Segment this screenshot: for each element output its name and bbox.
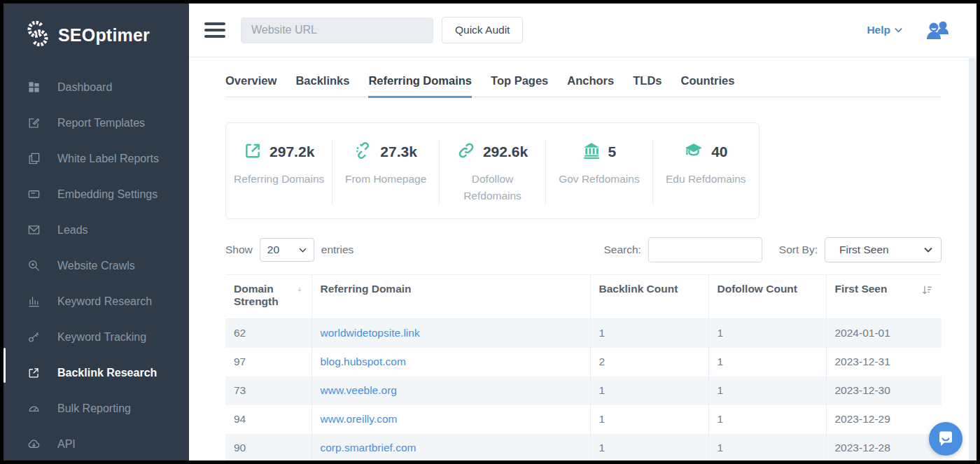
- column-header-first-seen[interactable]: First Seen: [826, 275, 941, 319]
- tab-tlds[interactable]: TLDs: [633, 70, 662, 97]
- stat-value: 5: [608, 143, 617, 160]
- cell-first-seen: 2023-12-28: [826, 434, 941, 463]
- cell-referring-domain: blog.hubspot.com: [312, 348, 590, 377]
- stat-value: 27.3k: [380, 143, 417, 160]
- cell-backlink-count: 2: [590, 348, 708, 377]
- chevron-down-icon: [895, 27, 902, 33]
- tab-countries[interactable]: Countries: [680, 70, 734, 97]
- column-header-dofollow-count[interactable]: Dofollow Count: [708, 275, 826, 319]
- sidebar-item-white-label-reports[interactable]: White Label Reports: [4, 141, 189, 176]
- sidebar-item-dashboard[interactable]: Dashboard: [4, 69, 189, 105]
- sidebar-item-embedding-settings[interactable]: Embedding Settings: [4, 176, 189, 212]
- cell-first-seen: 2023-12-30: [826, 377, 941, 405]
- search-input[interactable]: [648, 237, 762, 262]
- table-row: 62 worldwidetopsite.link 1 1 2024-01-01: [225, 319, 941, 348]
- search-group: Search:: [603, 237, 762, 262]
- referring-domain-link[interactable]: corp.smartbrief.com: [321, 442, 416, 454]
- entries-count-value: 20: [267, 244, 279, 256]
- sidebar-item-label: API: [57, 438, 76, 451]
- cell-first-seen: 2023-12-29: [826, 405, 941, 434]
- sidebar-item-label: Website Crawls: [57, 260, 135, 272]
- tab-bar: Overview Backlinks Referring Domains Top…: [225, 70, 941, 97]
- sort-by-value: First Seen: [839, 244, 889, 256]
- table-row: 94 www.oreilly.com 1 1 2023-12-29: [225, 405, 941, 434]
- chat-widget-button[interactable]: [929, 422, 962, 456]
- sidebar-item-label: Backlink Research: [57, 367, 157, 379]
- broken-link-icon: [354, 141, 372, 162]
- logo[interactable]: SEOptimer: [4, 3, 189, 57]
- sidebar-item-leads[interactable]: Leads: [4, 212, 189, 248]
- sidebar-item-keyword-tracking[interactable]: Keyword Tracking: [4, 319, 189, 355]
- external-link-icon: [244, 141, 262, 162]
- vertical-scrollbar[interactable]: [969, 58, 976, 461]
- column-header-backlink-count[interactable]: Backlink Count: [590, 275, 708, 319]
- sidebar-item-website-crawls[interactable]: Website Crawls: [4, 248, 189, 283]
- key-icon: [27, 330, 41, 344]
- sidebar-item-api[interactable]: API: [4, 426, 189, 462]
- sidebar-item-report-templates[interactable]: Report Templates: [4, 105, 189, 141]
- sidebar-item-keyword-research[interactable]: Keyword Research: [4, 283, 189, 319]
- edit-note-icon: [27, 116, 41, 130]
- sidebar-scrollbar-thumb[interactable]: [4, 348, 6, 383]
- sidebar-item-backlink-research[interactable]: Backlink Research: [4, 355, 189, 391]
- sidebar: SEOptimer Dashboard Report Templates Whi…: [4, 3, 189, 461]
- cell-dofollow-count: 1: [708, 348, 826, 377]
- sidebar-item-label: Dashboard: [57, 81, 112, 94]
- referring-domains-table: Domain Strength Referring Domain Backlin…: [225, 274, 941, 464]
- website-url-input[interactable]: [241, 17, 433, 43]
- seoptimer-gears-icon: [24, 20, 51, 50]
- stat-value: 297.2k: [270, 143, 314, 160]
- cell-domain-strength: 94: [225, 405, 312, 434]
- graduation-cap-icon: [684, 141, 704, 162]
- referring-domain-link[interactable]: blog.hubspot.com: [321, 356, 406, 367]
- help-label: Help: [867, 24, 890, 36]
- tab-referring-domains[interactable]: Referring Domains: [368, 70, 472, 98]
- sidebar-item-label: Leads: [57, 224, 88, 237]
- referring-domain-link[interactable]: www.veeble.org: [321, 384, 397, 396]
- logo-text: SEOptimer: [58, 25, 150, 45]
- stat-from-homepage: 27.3k From Homepage: [332, 140, 438, 204]
- sort-by-select[interactable]: First Seen: [825, 237, 941, 262]
- hamburger-menu-icon[interactable]: [204, 22, 225, 38]
- sidebar-item-label: Bulk Reporting: [57, 402, 131, 415]
- entries-count-select[interactable]: 20: [260, 238, 314, 262]
- tab-backlinks[interactable]: Backlinks: [295, 70, 349, 97]
- sidebar-item-label: Keyword Tracking: [57, 331, 146, 344]
- sort-group: Sort By: First Seen: [779, 237, 941, 262]
- tab-anchors[interactable]: Anchors: [567, 70, 614, 97]
- column-header-domain-strength[interactable]: Domain Strength: [225, 275, 312, 319]
- referring-domain-link[interactable]: worldwidetopsite.link: [321, 327, 420, 339]
- stat-gov-refdomains: 5 Gov Refdomains: [545, 140, 652, 204]
- cell-dofollow-count: 1: [708, 319, 826, 348]
- chevron-down-icon: [924, 247, 932, 253]
- account-users-icon[interactable]: [926, 20, 951, 41]
- magnifier-plus-icon: [27, 259, 41, 273]
- stat-label: Referring Domains: [234, 171, 325, 188]
- cell-domain-strength: 62: [225, 319, 312, 348]
- sidebar-item-label: Keyword Research: [57, 295, 152, 308]
- cell-referring-domain: www.veeble.org: [312, 377, 590, 405]
- cell-first-seen: 2023-12-31: [826, 348, 941, 377]
- cell-backlink-count: 1: [590, 405, 708, 434]
- table-row: 73 www.veeble.org 1 1 2023-12-30: [225, 377, 941, 405]
- table-header-row: Domain Strength Referring Domain Backlin…: [225, 275, 941, 319]
- chain-link-icon: [457, 141, 475, 162]
- cell-referring-domain: worldwidetopsite.link: [312, 319, 590, 348]
- sidebar-item-bulk-reporting[interactable]: Bulk Reporting: [4, 391, 189, 426]
- tab-top-pages[interactable]: Top Pages: [491, 70, 548, 97]
- tab-overview[interactable]: Overview: [225, 70, 276, 97]
- show-label: Show: [225, 244, 253, 256]
- sidebar-item-label: Embedding Settings: [57, 188, 158, 201]
- cell-referring-domain: corp.smartbrief.com: [312, 434, 590, 463]
- stat-dofollow-refdomains: 292.6k Dofollow Refdomains: [439, 140, 545, 204]
- refdomain-stats-card: 297.2k Referring Domains 27.3k From Home…: [225, 122, 760, 219]
- column-header-referring-domain[interactable]: Referring Domain: [312, 275, 590, 319]
- arrow-down-icon: [296, 284, 303, 295]
- referring-domain-link[interactable]: www.oreilly.com: [321, 413, 398, 425]
- external-link-icon: [27, 366, 41, 380]
- help-menu[interactable]: Help: [867, 24, 902, 36]
- chat-bubble-icon: [937, 430, 955, 448]
- main-area: Quick Audit Help: [189, 3, 976, 461]
- quick-audit-button[interactable]: Quick Audit: [442, 17, 523, 43]
- cell-dofollow-count: 1: [708, 434, 826, 463]
